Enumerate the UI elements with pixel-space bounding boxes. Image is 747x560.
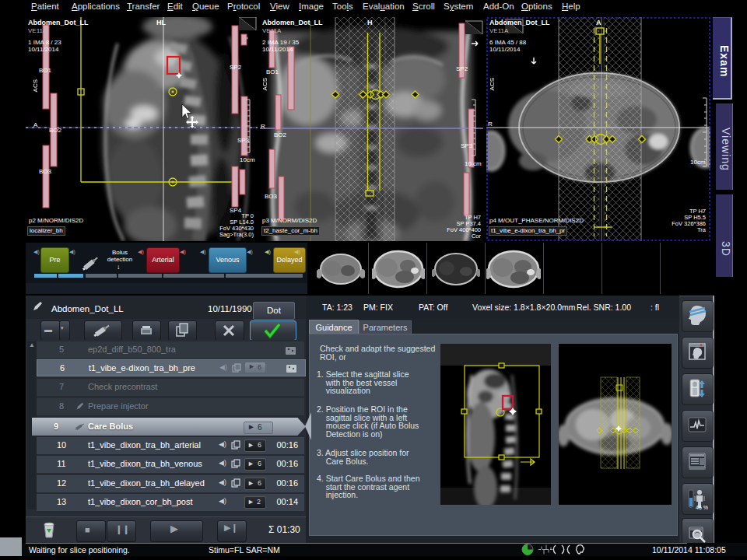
svg-text:46 %: 46 % [696,505,708,510]
